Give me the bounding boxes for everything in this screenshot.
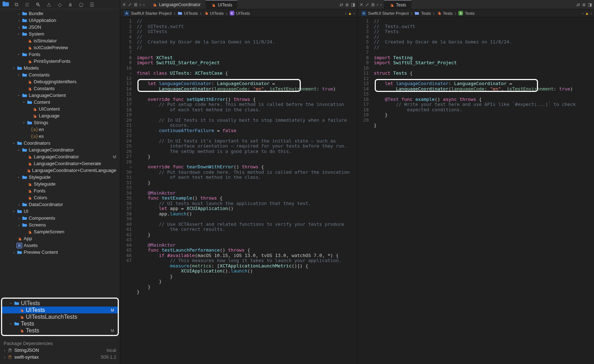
tree-row-styleguide[interactable]: Styleguide — [0, 181, 120, 187]
tree-row-languagecoordinator-currentlanguage[interactable]: LanguageCoordinator+CurrentLanguage — [0, 167, 120, 174]
breakpoint-icon[interactable]: ⬠ — [78, 2, 85, 8]
dep-stringjson[interactable]: ›📦︎StringJSONlocal — [0, 347, 120, 354]
debug-nav-icon[interactable]: ⋔ — [67, 2, 74, 8]
tree-row-models[interactable]: ›Models — [0, 65, 120, 71]
tree-row-preview-content[interactable]: ›Preview Content — [0, 249, 120, 256]
tree-row-uicontent[interactable]: UIContent — [0, 106, 120, 112]
expand-icon[interactable]: ⤢ — [128, 2, 132, 7]
tree-row-strings[interactable]: ›Strings — [0, 119, 120, 126]
next-issue-icon[interactable]: › — [354, 11, 355, 15]
tree-row-colors[interactable]: Colors — [0, 194, 120, 201]
swift-icon — [204, 11, 208, 16]
find-icon[interactable]: 🔍︎ — [34, 2, 42, 8]
minimap-icon[interactable]: ≣ — [582, 2, 586, 7]
dep-swift-syntax[interactable]: ›📦︎swift-syntax509.1.1 — [0, 354, 120, 360]
editor-right: ✕ ⤢ ⊞ ‹ › Tests ⇄ ≣ ◨ ASwiftUI Starter P… — [357, 0, 594, 364]
close-icon[interactable]: ✕ — [122, 2, 126, 7]
app-icon: A — [124, 11, 129, 16]
warning-nav-icon[interactable]: ⚠︎ — [45, 2, 52, 8]
tree-row-debuggingidentifiers[interactable]: DebuggingIdentifiers — [0, 78, 120, 85]
jumpbar-right[interactable]: ASwiftUI Starter Project › Tests › Tests… — [357, 9, 594, 17]
tree-row-constants[interactable]: Constants — [0, 85, 120, 92]
svg-rect-1 — [18, 244, 21, 247]
chevron-left-icon[interactable]: ‹ — [140, 2, 141, 7]
tabbar-left: ✕ ⤢ ⊞ ‹ › LanguageCoordinatorUITests ⇄ ≣… — [120, 0, 357, 9]
tree-row-samplescreen[interactable]: SampleScreen — [0, 228, 120, 235]
app-icon: A — [361, 11, 366, 16]
app-window: ⧉ ◻᷿ 🔍︎ ⚠︎ ◇ ⋔ ⬠ ☰ ›Bundle›UIApplication… — [0, 0, 594, 364]
navigator-bottom: Package Dependencies ›📦︎StringJSONlocal›… — [0, 337, 120, 364]
tree-row-fonts[interactable]: ›Fonts — [0, 51, 120, 58]
chevron-right-icon[interactable]: › — [143, 2, 145, 7]
tree-row-languagecoordinator-generate[interactable]: LanguageCoordinator+Generate — [0, 160, 120, 167]
tree-row-languagecontent[interactable]: ›LanguageContent — [0, 92, 120, 99]
tree-row-constants[interactable]: ›Constants — [0, 71, 120, 78]
report-nav-icon[interactable]: ☰ — [88, 2, 95, 8]
tree-row-tests[interactable]: ›Tests — [2, 320, 118, 327]
navigator-panel: ⧉ ◻᷿ 🔍︎ ⚠︎ ◇ ⋔ ⬠ ☰ ›Bundle›UIApplication… — [0, 0, 120, 364]
tree-row-coordinators[interactable]: ›Coordinators — [0, 140, 120, 146]
folder-icon — [178, 11, 182, 15]
related-items-icon[interactable]: ⊞ — [371, 2, 375, 7]
tabbar-right: ✕ ⤢ ⊞ ‹ › Tests ⇄ ≣ ◨ — [357, 0, 594, 9]
tab-tests[interactable]: Tests — [384, 0, 411, 9]
tree-row-bundle[interactable]: ›Bundle — [0, 10, 120, 17]
navigator-tree[interactable]: ›Bundle›UIApplication›JSON›SystemisSimul… — [0, 9, 120, 297]
tree-row-languagecoordinator[interactable]: LanguageCoordinatorM — [0, 153, 120, 160]
warning-icon[interactable]: ▲ — [348, 11, 352, 15]
tab-languagecoordinator[interactable]: LanguageCoordinator — [147, 0, 206, 9]
next-issue-icon[interactable]: › — [590, 11, 592, 15]
tree-row-en[interactable]: {a}en — [0, 126, 120, 133]
editor-left: ✕ ⤢ ⊞ ‹ › LanguageCoordinatorUITests ⇄ ≣… — [120, 0, 357, 364]
chevron-left-icon[interactable]: ‹ — [377, 2, 378, 7]
tree-row-printsystemfonts[interactable]: PrintSystemFonts — [0, 58, 120, 65]
tree-row-uitestslaunchtests[interactable]: UITestsLaunchTests — [2, 313, 118, 320]
bookmark-icon[interactable]: ◻᷿ — [24, 2, 31, 8]
tree-row-isxcodepreview[interactable]: isXCodePreview — [0, 44, 120, 51]
project-navigator-icon[interactable] — [2, 1, 9, 8]
prev-issue-icon[interactable]: ‹ — [582, 11, 584, 15]
tree-row-fonts[interactable]: Fonts — [0, 187, 120, 194]
tree-row-assets[interactable]: Assets — [0, 242, 120, 249]
tree-row-components[interactable]: ›Components — [0, 215, 120, 221]
tree-row-screens[interactable]: ›Screens — [0, 221, 120, 228]
inspector-icon[interactable]: ◨ — [588, 2, 592, 7]
tree-row-uitests[interactable]: UITestsM — [2, 307, 118, 313]
tree-row-datacoordinator[interactable]: ›DataCoordinator — [0, 201, 120, 208]
tree-row-es[interactable]: {a}es — [0, 133, 120, 140]
related-items-icon[interactable]: ⊞ — [134, 2, 137, 7]
navigator-toolbar: ⧉ ◻᷿ 🔍︎ ⚠︎ ◇ ⋔ ⬠ ☰ — [0, 0, 120, 9]
minimap-icon[interactable]: ≣ — [345, 2, 349, 7]
warning-icon[interactable]: ▲ — [585, 11, 589, 15]
expand-icon[interactable]: ⤢ — [365, 2, 369, 7]
tree-row-system[interactable]: ›System — [0, 31, 120, 37]
tree-row-uiapplication[interactable]: ›UIApplication — [0, 17, 120, 24]
arrows-icon[interactable]: ⇄ — [576, 2, 580, 7]
tree-row-ui[interactable]: ›UI — [0, 208, 120, 215]
editors-split: ✕ ⤢ ⊞ ‹ › LanguageCoordinatorUITests ⇄ ≣… — [120, 0, 594, 364]
code-area-left[interactable]: 12345678910◇1213141516171819202122232425… — [120, 17, 357, 364]
prev-issue-icon[interactable]: ‹ — [345, 11, 346, 15]
tree-row-styleguide[interactable]: ›Styleguide — [0, 174, 120, 181]
tree-row-json[interactable]: ›JSON — [0, 24, 120, 31]
tree-row-tests[interactable]: TestsM — [2, 327, 118, 334]
test-nav-icon[interactable]: ◇ — [56, 2, 63, 8]
code-area-right[interactable]: 1234567891011121314151617181920 //// Tes… — [357, 17, 594, 364]
arrows-icon[interactable]: ⇄ — [340, 2, 343, 7]
jumpbar-left[interactable]: ASwiftUI Starter Project › UITests › UIT… — [120, 9, 357, 17]
struct-icon: S — [458, 11, 463, 15]
chevron-right-icon[interactable]: › — [380, 2, 382, 7]
tab-uitests[interactable]: UITests — [206, 0, 237, 9]
close-icon[interactable]: ✕ — [360, 2, 363, 7]
tree-row-language[interactable]: Language — [0, 112, 120, 119]
tree-row-issimulator[interactable]: isSimulator — [0, 37, 120, 44]
source-control-icon[interactable]: ⧉ — [13, 1, 20, 8]
tree-row-content[interactable]: ›Content — [0, 99, 120, 106]
tree-row-uitests[interactable]: ›UITests — [2, 300, 118, 307]
tree-row-app[interactable]: App — [0, 235, 120, 242]
tree-row-languagecoordinator[interactable]: ›LanguageCoordinator — [0, 146, 120, 153]
folder-icon — [415, 11, 419, 15]
swift-icon — [437, 11, 441, 16]
deps-header: Package Dependencies — [0, 339, 120, 347]
inspector-icon[interactable]: ◨ — [351, 2, 355, 7]
